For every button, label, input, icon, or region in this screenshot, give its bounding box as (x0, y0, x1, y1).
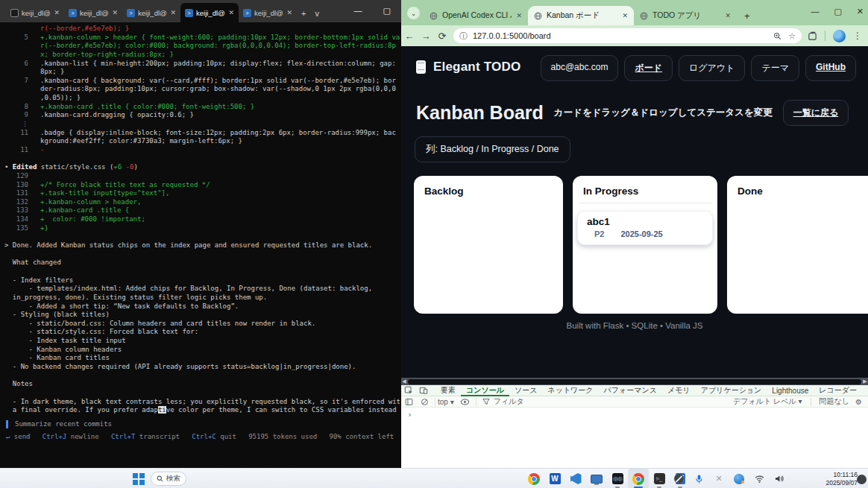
terminal-prompt-input[interactable]: Summarize recent commits (0, 419, 401, 430)
nav-button[interactable]: ログアウト (679, 55, 745, 81)
inspect-element-icon[interactable] (404, 386, 413, 395)
tray-overlay-icon[interactable] (857, 475, 867, 484)
word-icon: W (550, 473, 561, 484)
terminal-tab[interactable]: > keiji_dl@N ✕ (239, 3, 297, 22)
terminal-minimize-button[interactable]: — (354, 6, 362, 15)
volume-icon[interactable] (774, 474, 784, 484)
do-not-disturb-icon[interactable] (673, 474, 684, 484)
address-bar[interactable]: ⓘ 127.0.0.1:5000/board ☆ (453, 28, 802, 43)
close-icon[interactable]: ✕ (228, 9, 234, 16)
bookmark-star-icon[interactable]: ☆ (788, 31, 796, 41)
console-filter-input[interactable]: フィルタ (494, 396, 524, 407)
taskbar-app-word[interactable]: W (544, 469, 565, 488)
terminal-line: 129 (0, 172, 401, 181)
back-to-list-link[interactable]: 一覧に戻る (783, 100, 849, 126)
tray-app-icon[interactable] (734, 474, 744, 484)
horizontal-scrollbar[interactable]: ◀ ▶ (401, 378, 868, 385)
devtools-tab[interactable]: アプリケーション (696, 385, 767, 396)
close-icon[interactable]: ✕ (725, 12, 731, 19)
kanban-column-in-progress[interactable]: In Progress abc1 P2 2025-09-25 (573, 176, 717, 314)
taskbar-app-remote-desktop[interactable] (586, 469, 607, 488)
console-context-select[interactable]: top ▾ (438, 398, 454, 406)
nav-link[interactable]: GitHub (805, 55, 856, 81)
nav-button[interactable]: テーマ (751, 55, 799, 81)
browser-window: ⌄ OpenAI Codex CLI ハンズオンチュ ✕ Kanban ボード … (401, 0, 868, 468)
browser-tab[interactable]: Kanban ボード ✕ (528, 6, 634, 25)
close-icon[interactable]: ✕ (516, 12, 522, 19)
line-number: 131 (4, 189, 28, 198)
zoom-icon[interactable] (773, 32, 781, 40)
taskbar-app-chrome[interactable] (628, 469, 649, 488)
line-number: 8 (4, 103, 28, 112)
devtools-tab[interactable]: Lighthouse (767, 385, 814, 396)
taskbar-app-obs[interactable]: ◎◎ (607, 469, 628, 488)
wifi-icon[interactable] (754, 474, 764, 484)
close-icon[interactable]: ✕ (112, 9, 118, 16)
terminal-tab-dropdown-button[interactable]: v (315, 9, 319, 18)
forward-button[interactable]: → (418, 31, 434, 42)
devtools-tab[interactable]: プライバシーとセキュリティ (862, 385, 868, 396)
scrollbar-thumb[interactable] (408, 379, 861, 384)
search-icon (157, 475, 163, 482)
status-segment: newline (66, 433, 111, 440)
browser-tab[interactable]: OpenAI Codex CLI ハンズオンチュ ✕ (424, 6, 528, 25)
taskbar-search[interactable]: 検索 (151, 472, 186, 486)
devtools-tab[interactable]: レコーダー (814, 385, 862, 396)
side-panel-icon[interactable] (808, 31, 817, 41)
filter-funnel-icon[interactable] (482, 398, 490, 405)
console-prompt[interactable]: › (401, 408, 868, 419)
desktop: keiji_dl@N ✕ > keiji_dl@N ✕ > keiji_dl@N… (0, 0, 868, 488)
terminal-line: - No backend changes required (API alrea… (0, 363, 401, 372)
devtools-tab[interactable]: 要素 (435, 385, 461, 396)
taskbar-app-chrome[interactable] (523, 469, 544, 488)
close-icon[interactable]: ✕ (170, 9, 176, 16)
scroll-right-arrow[interactable]: ▶ (862, 378, 868, 384)
close-icon[interactable]: ✕ (286, 9, 292, 16)
devtools-tab[interactable]: コンソール (461, 385, 509, 396)
browser-tab[interactable]: TODO アプリ ✕ (634, 6, 737, 25)
terminal-maximize-button[interactable]: ▢ (383, 6, 391, 16)
nav-link[interactable]: ボード (624, 55, 673, 81)
back-button[interactable]: ← (401, 31, 418, 42)
scroll-left-arrow[interactable]: ◀ (401, 378, 407, 384)
terminal-new-tab-button[interactable]: + (301, 9, 306, 18)
browser-minimize-button[interactable]: — (811, 7, 819, 16)
tab-search-button[interactable]: ⌄ (407, 7, 420, 19)
terminal-tab[interactable]: > keiji_dl@N ✕ (180, 3, 239, 22)
browser-menu-icon[interactable]: ⋮ (853, 31, 862, 41)
taskbar-clock[interactable]: 10:11:16 2025/09/07 (825, 471, 858, 487)
kanban-column-done[interactable]: Done (727, 176, 868, 314)
terminal-tab[interactable]: keiji_dl@N ✕ (6, 3, 64, 22)
terminal-tab[interactable]: > keiji_dl@N ✕ (122, 3, 180, 22)
device-toolbar-icon[interactable] (419, 386, 428, 395)
devtools-tab[interactable]: ネットワーク (542, 385, 598, 396)
browser-close-button[interactable]: ✕ (857, 7, 864, 16)
browser-maximize-button[interactable]: ▢ (834, 7, 841, 16)
terminal-tab[interactable]: > keiji_dl@N ✕ (64, 3, 122, 22)
browser-tab-title: OpenAI Codex CLI ハンズオンチュ (442, 10, 512, 21)
browser-tab-title: TODO アプリ (652, 10, 720, 21)
reload-button[interactable]: ⟳ (434, 31, 450, 42)
clear-console-icon[interactable] (421, 398, 429, 406)
start-button[interactable] (133, 473, 145, 485)
tray-chevron-up-icon[interactable]: ∧ (653, 474, 664, 484)
line-number: 129 (4, 172, 28, 181)
profile-avatar[interactable] (833, 30, 846, 42)
new-tab-button[interactable]: + (744, 10, 750, 22)
close-icon[interactable]: ✕ (54, 9, 60, 16)
live-expression-eye-icon[interactable] (460, 398, 470, 406)
kanban-column-backlog[interactable]: Backlog (414, 176, 563, 314)
tray-x-icon[interactable]: ✕ (714, 474, 724, 484)
kanban-card[interactable]: abc1 P2 2025-09-25 (577, 211, 713, 245)
console-sidebar-icon[interactable] (405, 398, 413, 406)
taskbar-app-vscode[interactable] (565, 469, 586, 488)
console-settings-icon[interactable]: ⚙ (855, 398, 862, 406)
issues-counter[interactable]: 問題なし (820, 396, 849, 407)
site-info-icon[interactable]: ⓘ (459, 31, 468, 42)
log-level-select[interactable]: デフォルト レベル ▾ (733, 396, 802, 407)
microphone-icon[interactable] (694, 474, 704, 484)
devtools-tab[interactable]: メモリ (662, 385, 696, 396)
close-icon[interactable]: ✕ (622, 12, 628, 19)
devtools-tab[interactable]: ソース (509, 385, 542, 396)
devtools-tab[interactable]: パフォーマンス (599, 385, 662, 396)
